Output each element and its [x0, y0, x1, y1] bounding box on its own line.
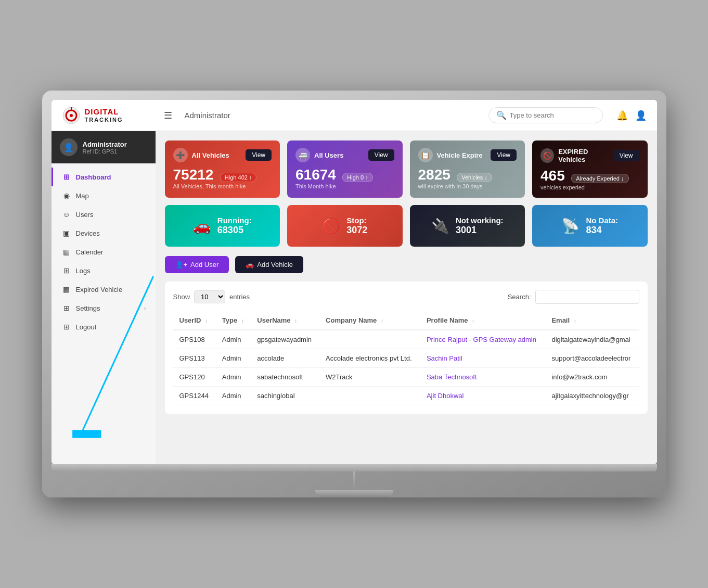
sidebar-item-users[interactable]: ☺ Users — [52, 205, 156, 224]
sidebar-user-ref: Ref ID: GPS1 — [83, 148, 127, 155]
add-vehicle-button[interactable]: 🚗 Add Vehicle — [235, 256, 303, 273]
entries-select[interactable]: 10 25 50 100 — [194, 290, 225, 303]
sort-icon[interactable]: ↕ — [472, 318, 474, 324]
cell-profile: Saba Technosoft — [420, 368, 545, 387]
add-user-icon: 👤+ — [175, 261, 188, 269]
stop-label: Stop: — [346, 216, 367, 225]
logo-tracking: TRACKING — [85, 117, 123, 123]
logo-area: DIGITAL TRACKING — [62, 106, 156, 125]
card-header: 🚐 All Users View — [295, 148, 394, 162]
card-badge: High 0 ↑ — [342, 173, 372, 182]
profile-name-link[interactable]: Prince Rajput - GPS Gateway admin — [427, 336, 536, 343]
sidebar-item-logs[interactable]: ⊞ Logs — [52, 261, 156, 280]
sidebar-user-name: Administrator — [83, 140, 127, 148]
table-header-row: UserID ↕ Type ↕ UserName — [173, 311, 639, 330]
cell-company — [319, 387, 420, 405]
view-all-vehicles-button[interactable]: View — [246, 149, 272, 161]
all-vehicles-card: ➕ All Vehicles View 75212 High 402 ↑ All… — [165, 140, 280, 198]
sidebar-item-calender[interactable]: ▦ Calender — [52, 242, 156, 261]
hamburger-icon[interactable]: ☰ — [164, 110, 172, 121]
card-badge: Vehicles ↓ — [457, 173, 492, 182]
card-number: 465 — [540, 168, 565, 184]
col-profile: Profile Name ↕ — [420, 311, 545, 330]
stop-text: Stop: 3072 — [346, 216, 367, 236]
cell-userid: GPS113 — [173, 349, 216, 368]
sort-icon[interactable]: ↕ — [294, 318, 297, 324]
table-controls: Show 10 25 50 100 entries Search — [173, 290, 639, 304]
col-type: Type ↕ — [216, 311, 251, 330]
stop-number: 3072 — [346, 225, 367, 236]
view-all-users-button[interactable]: View — [368, 149, 394, 161]
sidebar-item-expired-vehicle[interactable]: ▦ Expired Vehicle — [52, 280, 156, 299]
no-data-card: 📡 No Data: 834 — [532, 205, 648, 247]
sort-icon[interactable]: ↕ — [381, 318, 383, 324]
search-input[interactable] — [510, 111, 595, 119]
sidebar-item-devices[interactable]: ▣ Devices — [52, 224, 156, 242]
profile-name-link[interactable]: Ajit Dhokwal — [427, 392, 464, 400]
add-user-button[interactable]: 👤+ Add User — [165, 256, 229, 273]
vehicle-expire-card: 📋 Vehicle Expire View 2825 Vehicles ↓ wi… — [410, 140, 525, 198]
not-working-icon: 🔌 — [431, 218, 449, 235]
cell-type: Admin — [216, 368, 251, 387]
all-users-card: 🚐 All Users View 61674 High 0 ↑ This Mon… — [287, 140, 403, 198]
profile-name-link[interactable]: Sachin Patil — [427, 354, 462, 362]
cell-profile: Sachin Patil — [420, 349, 545, 368]
sidebar-item-settings[interactable]: ⊞ Settings › — [52, 299, 156, 317]
card-subtitle: This Month hike — [295, 183, 394, 189]
sidebar-item-label: Logout — [76, 323, 97, 331]
status-cards-row: 🚗 Running: 68305 🚫 Stop: 3072 — [165, 205, 648, 247]
card-icon: ➕ — [173, 148, 188, 162]
sidebar-item-label: Calender — [76, 248, 104, 256]
sidebar-item-label: Expired Vehicle — [76, 286, 123, 293]
table-section: Show 10 25 50 100 entries Search — [165, 282, 648, 414]
sidebar-item-logout[interactable]: ⊞ Logout — [52, 317, 156, 336]
header: DIGITAL TRACKING ☰ Administrator 🔍 🔔 👤 — [52, 100, 657, 131]
view-expired-button[interactable]: View — [613, 150, 639, 161]
sidebar-nav: ⊞ Dashboard ◉ Map ☺ Users ▣ — [52, 163, 156, 340]
running-label: Running: — [217, 216, 252, 225]
card-header: ➕ All Vehicles View — [173, 148, 272, 162]
sidebar: 👤 Administrator Ref ID: GPS1 ⊞ Dashboard… — [52, 131, 156, 464]
no-data-text: No Data: 834 — [586, 216, 618, 236]
table-search-input[interactable] — [535, 290, 639, 304]
sort-icon[interactable]: ↕ — [241, 318, 244, 324]
logo-icon — [62, 106, 81, 125]
show-label: Show — [173, 293, 190, 301]
card-icon: 🚐 — [295, 148, 310, 162]
sidebar-item-map[interactable]: ◉ Map — [52, 186, 156, 205]
add-vehicle-icon: 🚗 — [246, 261, 254, 269]
table-head: UserID ↕ Type ↕ UserName — [173, 311, 639, 330]
not-working-label: Not working: — [456, 216, 504, 225]
monitor-bottom — [52, 464, 657, 471]
sidebar-item-label: Users — [76, 211, 94, 219]
users-icon: ☺ — [62, 210, 71, 219]
col-username: UserName ↕ — [251, 311, 319, 330]
profile-name-link[interactable]: Saba Technosoft — [427, 373, 477, 381]
bell-icon[interactable]: 🔔 — [616, 110, 628, 121]
col-company: Company Name ↕ — [319, 311, 420, 330]
card-icon: 🚫 — [540, 148, 554, 163]
calender-icon: ▦ — [62, 248, 71, 256]
map-icon: ◉ — [62, 191, 71, 200]
sidebar-item-label: Dashboard — [76, 173, 111, 181]
expired-vehicle-icon: ▦ — [62, 285, 71, 293]
table-row: GPS1244AdminsachinglobalAjit Dhokwalajit… — [173, 387, 639, 405]
stat-cards-row: ➕ All Vehicles View 75212 High 402 ↑ All… — [165, 140, 648, 198]
sidebar-user-info: Administrator Ref ID: GPS1 — [83, 140, 127, 155]
sidebar-item-dashboard[interactable]: ⊞ Dashboard — [52, 168, 156, 186]
running-card: 🚗 Running: 68305 — [165, 205, 280, 247]
card-title-row: 🚫 EXPIRED Vehicles — [540, 148, 613, 163]
sort-icon[interactable]: ↕ — [205, 318, 208, 324]
no-data-icon: 📡 — [561, 218, 580, 235]
running-icon: 🚗 — [193, 218, 211, 235]
card-icon: 📋 — [418, 148, 433, 162]
action-row: 👤+ Add User 🚗 Add Vehicle — [165, 256, 648, 273]
sort-icon[interactable]: ↕ — [574, 318, 576, 324]
view-vehicle-expire-button[interactable]: View — [491, 149, 517, 161]
main-content: ➕ All Vehicles View 75212 High 402 ↑ All… — [156, 131, 657, 464]
card-badge: High 402 ↑ — [220, 173, 257, 182]
stop-card: 🚫 Stop: 3072 — [287, 205, 403, 247]
header-title: Administrator — [185, 111, 480, 120]
monitor-stand — [52, 471, 657, 497]
user-avatar-icon[interactable]: 👤 — [635, 110, 647, 121]
